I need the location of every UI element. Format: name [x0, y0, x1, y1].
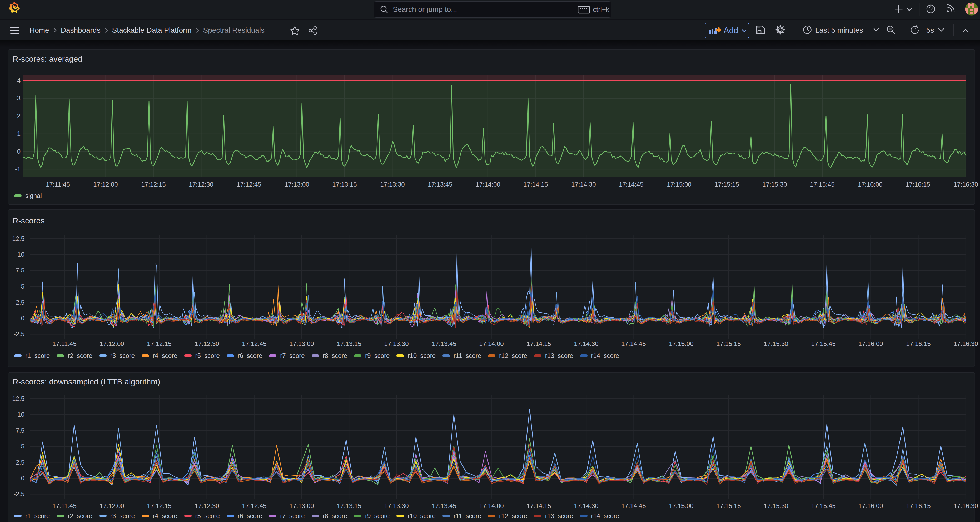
- svg-text:17:12:15: 17:12:15: [147, 502, 171, 509]
- svg-text:17:14:00: 17:14:00: [476, 181, 500, 188]
- svg-text:17:14:30: 17:14:30: [574, 340, 598, 347]
- svg-text:17:13:00: 17:13:00: [289, 502, 314, 509]
- svg-text:1: 1: [17, 130, 21, 137]
- svg-text:10: 10: [18, 411, 24, 418]
- svg-text:17:16:00: 17:16:00: [858, 181, 882, 188]
- svg-text:2.5: 2.5: [16, 299, 24, 306]
- svg-text:17:15:45: 17:15:45: [811, 340, 835, 347]
- svg-text:17:13:30: 17:13:30: [384, 502, 409, 509]
- svg-text:7.5: 7.5: [16, 427, 24, 434]
- svg-text:17:15:00: 17:15:00: [667, 181, 691, 188]
- svg-text:17:15:00: 17:15:00: [669, 502, 694, 509]
- svg-text:17:14:15: 17:14:15: [527, 502, 551, 509]
- svg-text:17:16:15: 17:16:15: [905, 181, 930, 188]
- svg-text:17:12:00: 17:12:00: [100, 340, 124, 347]
- svg-text:0: 0: [21, 474, 24, 482]
- svg-text:17:14:30: 17:14:30: [574, 502, 598, 509]
- svg-text:17:11:45: 17:11:45: [52, 340, 76, 347]
- svg-text:17:14:30: 17:14:30: [571, 181, 596, 188]
- svg-text:17:14:45: 17:14:45: [621, 340, 646, 347]
- svg-text:17:16:15: 17:16:15: [906, 502, 931, 509]
- svg-text:-1: -1: [15, 166, 21, 172]
- svg-text:17:15:30: 17:15:30: [762, 181, 787, 188]
- svg-text:17:13:15: 17:13:15: [332, 181, 357, 188]
- svg-text:17:15:15: 17:15:15: [716, 340, 741, 347]
- svg-text:4: 4: [17, 77, 21, 84]
- svg-text:2.5: 2.5: [16, 459, 24, 466]
- svg-text:0: 0: [17, 148, 21, 155]
- svg-text:17:13:00: 17:13:00: [285, 181, 309, 188]
- svg-text:17:15:30: 17:15:30: [764, 502, 788, 509]
- svg-text:-2.5: -2.5: [14, 330, 24, 338]
- svg-text:17:16:15: 17:16:15: [906, 340, 931, 347]
- svg-text:10: 10: [18, 251, 24, 258]
- svg-text:17:12:15: 17:12:15: [141, 181, 165, 188]
- svg-text:17:14:00: 17:14:00: [479, 340, 504, 347]
- svg-text:17:12:45: 17:12:45: [242, 340, 266, 347]
- svg-text:17:15:45: 17:15:45: [810, 181, 834, 188]
- svg-text:17:12:00: 17:12:00: [93, 181, 118, 188]
- svg-text:3: 3: [17, 94, 21, 102]
- svg-text:17:13:30: 17:13:30: [380, 181, 404, 188]
- svg-text:17:15:45: 17:15:45: [811, 502, 835, 509]
- svg-text:17:12:15: 17:12:15: [147, 340, 171, 347]
- svg-text:17:16:00: 17:16:00: [858, 340, 883, 347]
- svg-text:17:13:30: 17:13:30: [384, 340, 409, 347]
- svg-text:5: 5: [21, 443, 24, 450]
- svg-text:17:14:15: 17:14:15: [527, 340, 551, 347]
- svg-text:17:15:30: 17:15:30: [764, 340, 788, 347]
- svg-text:12.5: 12.5: [12, 235, 24, 242]
- svg-text:17:13:15: 17:13:15: [337, 502, 361, 509]
- svg-text:17:12:45: 17:12:45: [242, 502, 266, 509]
- svg-text:17:13:45: 17:13:45: [432, 502, 456, 509]
- svg-text:17:15:15: 17:15:15: [716, 502, 741, 509]
- svg-text:17:16:30: 17:16:30: [953, 181, 978, 188]
- svg-text:17:11:45: 17:11:45: [46, 181, 70, 188]
- svg-text:17:13:15: 17:13:15: [337, 340, 361, 347]
- svg-text:17:15:00: 17:15:00: [669, 340, 694, 347]
- svg-text:17:14:45: 17:14:45: [619, 181, 643, 188]
- svg-text:17:12:30: 17:12:30: [194, 502, 219, 509]
- svg-text:5: 5: [21, 283, 24, 290]
- svg-text:17:11:45: 17:11:45: [52, 502, 76, 509]
- svg-text:17:16:30: 17:16:30: [953, 340, 978, 347]
- svg-text:17:16:00: 17:16:00: [858, 502, 883, 509]
- svg-text:17:12:45: 17:12:45: [237, 181, 261, 188]
- svg-text:12.5: 12.5: [12, 395, 24, 402]
- svg-text:17:13:45: 17:13:45: [432, 340, 456, 347]
- svg-text:17:13:45: 17:13:45: [428, 181, 452, 188]
- svg-text:-2.5: -2.5: [14, 490, 24, 498]
- svg-text:17:13:00: 17:13:00: [289, 340, 314, 347]
- svg-text:17:14:45: 17:14:45: [621, 502, 646, 509]
- svg-text:2: 2: [17, 112, 21, 120]
- svg-text:17:14:15: 17:14:15: [523, 181, 548, 188]
- svg-text:17:12:30: 17:12:30: [189, 181, 213, 188]
- svg-text:17:12:00: 17:12:00: [100, 502, 124, 509]
- svg-text:17:14:00: 17:14:00: [479, 502, 504, 509]
- svg-text:17:12:30: 17:12:30: [194, 340, 219, 347]
- svg-text:17:15:15: 17:15:15: [714, 181, 739, 188]
- svg-text:0: 0: [21, 314, 24, 322]
- svg-text:17:16:30: 17:16:30: [953, 502, 978, 509]
- svg-text:7.5: 7.5: [16, 267, 24, 274]
